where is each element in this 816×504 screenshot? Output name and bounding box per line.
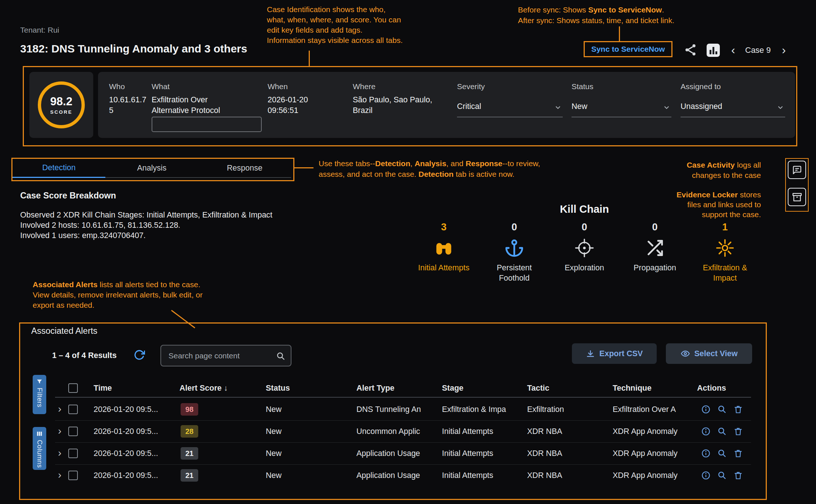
status-dropdown[interactable]: New <box>572 100 671 117</box>
cell-status: New <box>266 442 282 464</box>
severity-value: Critical <box>457 102 481 111</box>
trash-icon[interactable] <box>733 405 743 414</box>
cell-alert-type: DNS Tunneling An <box>356 398 421 420</box>
column-header-time[interactable]: Time <box>94 380 112 396</box>
column-header-alert-score[interactable]: Alert Score↓ <box>179 380 228 396</box>
columns-icon <box>36 431 43 437</box>
column-header-technique[interactable]: Technique <box>613 380 652 396</box>
impact-icon <box>690 236 760 260</box>
filter-icon <box>36 379 43 385</box>
expand-row-icon[interactable]: › <box>58 398 61 420</box>
stage-label: Persistent Foothold <box>487 263 542 283</box>
kill-chain-stage-exploration: 0 Exploration <box>550 222 619 273</box>
case-score-value: 98.2 <box>50 95 72 108</box>
row-checkbox[interactable] <box>68 427 78 436</box>
sync-to-servicenow-button[interactable]: Sync to ServiceNow <box>584 41 672 57</box>
filters-button[interactable]: Filters <box>33 375 46 414</box>
cell-tactic: Exfiltration <box>527 398 564 420</box>
table-row[interactable]: › 2026-01-20 09:5... 21 New Application … <box>55 464 751 486</box>
table-row[interactable]: › 2026-01-20 09:5... 21 New Application … <box>55 442 751 465</box>
share-icon[interactable] <box>683 43 697 57</box>
search-row-icon[interactable] <box>717 449 727 458</box>
score-breakdown-title: Case Score Breakdown <box>20 191 116 201</box>
cell-time: 2026-01-20 09:5... <box>94 442 158 464</box>
annotation-tabs: Use these tabs--Detection, Analysis, and… <box>319 158 540 179</box>
chevron-right-icon[interactable]: › <box>782 43 786 56</box>
stage-label: Exfiltration & Impact <box>697 263 752 283</box>
stage-count: 0 <box>550 222 619 236</box>
search-input[interactable] <box>161 346 291 366</box>
row-checkbox[interactable] <box>68 471 78 480</box>
search-icon <box>276 351 286 361</box>
columns-button[interactable]: Columns <box>33 427 46 470</box>
stage-count: 0 <box>620 222 690 236</box>
cell-alert-type: Application Usage <box>356 442 420 464</box>
field-value-where: São Paulo, Sao Paulo, Brazil <box>353 95 441 116</box>
case-activity-button[interactable] <box>788 161 806 179</box>
field-label-what: What <box>152 82 170 91</box>
tab-analysis[interactable]: Analysis <box>105 159 198 178</box>
cell-technique: XDR App Anomaly <box>613 442 678 464</box>
table-row[interactable]: › 2026-01-20 09:5... 98 New DNS Tunnelin… <box>55 398 751 421</box>
cell-time: 2026-01-20 09:5... <box>94 464 158 486</box>
refresh-icon[interactable] <box>134 349 145 361</box>
status-value: New <box>572 102 587 111</box>
trash-icon[interactable] <box>733 471 743 480</box>
table-row[interactable]: › 2026-01-20 09:5... 28 New Uncommon App… <box>55 420 751 443</box>
cell-technique: Exfiltration Over A <box>613 398 676 420</box>
field-value-what: Exfiltration Over Alternative Protocol <box>152 95 236 116</box>
row-checkbox[interactable] <box>68 405 78 414</box>
cell-time: 2026-01-20 09:5... <box>94 398 158 420</box>
trash-icon[interactable] <box>733 449 743 458</box>
info-icon[interactable] <box>701 471 711 480</box>
results-count: 1 – 4 of 4 Results <box>52 351 117 360</box>
expand-row-icon[interactable]: › <box>58 442 61 464</box>
binoculars-icon <box>409 236 479 260</box>
what-tags-input[interactable] <box>152 117 262 132</box>
associated-alerts-title: Associated Alerts <box>31 326 97 336</box>
info-icon[interactable] <box>701 427 711 436</box>
row-checkbox[interactable] <box>68 449 78 458</box>
cell-technique: XDR App Anomaly <box>613 464 678 486</box>
column-header-stage[interactable]: Stage <box>442 380 464 396</box>
cell-tactic: XDR NBA <box>527 442 562 464</box>
chevron-down-icon <box>554 103 562 112</box>
alerts-table-header: Time Alert Score↓ Status Alert Type Stag… <box>55 380 751 398</box>
stage-count: 0 <box>479 222 549 236</box>
cell-stage: Initial Attempts <box>442 420 493 442</box>
export-csv-button[interactable]: Export CSV <box>572 343 657 364</box>
chevron-left-icon[interactable]: ‹ <box>731 43 735 56</box>
severity-dropdown[interactable]: Critical <box>457 100 563 117</box>
column-header-tactic[interactable]: Tactic <box>527 380 550 396</box>
score-breakdown-line: Observed 2 XDR Kill Chain Stages: Initia… <box>20 211 272 220</box>
search-box <box>160 345 291 366</box>
info-icon[interactable] <box>701 449 711 458</box>
search-row-icon[interactable] <box>717 471 727 480</box>
column-header-alert-type[interactable]: Alert Type <box>356 380 395 396</box>
field-value-who: 10.61.61.75 <box>109 95 150 116</box>
evidence-locker-button[interactable] <box>788 188 806 206</box>
kill-chain-stage-initial-attempts: 3 Initial Attempts <box>409 222 479 273</box>
annotation-servicenow: Before sync: Shows Sync to ServiceNow. A… <box>518 4 674 26</box>
expand-row-icon[interactable]: › <box>58 464 61 486</box>
archive-icon <box>792 192 802 202</box>
anchor-icon <box>479 236 549 260</box>
tab-response[interactable]: Response <box>198 159 291 178</box>
info-icon[interactable] <box>701 405 711 414</box>
case-tabs: Detection Analysis Response <box>12 159 291 178</box>
column-header-status[interactable]: Status <box>266 380 290 396</box>
sort-desc-icon: ↓ <box>224 384 228 392</box>
search-row-icon[interactable] <box>717 427 727 436</box>
trash-icon[interactable] <box>733 427 743 436</box>
assigned-to-dropdown[interactable]: Unassigned <box>681 100 785 117</box>
expand-row-icon[interactable]: › <box>58 420 61 442</box>
score-ring: 98.2 SCORE <box>38 81 85 128</box>
select-all-checkbox[interactable] <box>68 383 78 393</box>
select-view-button[interactable]: Select View <box>666 343 752 364</box>
chart-icon[interactable] <box>707 44 720 57</box>
search-row-icon[interactable] <box>717 405 727 414</box>
annotation-case-identification: Case Identification shows the who, what,… <box>267 4 403 45</box>
tab-detection[interactable]: Detection <box>12 159 105 178</box>
cell-status: New <box>266 464 282 486</box>
field-label-assigned-to: Assigned to <box>681 82 721 91</box>
